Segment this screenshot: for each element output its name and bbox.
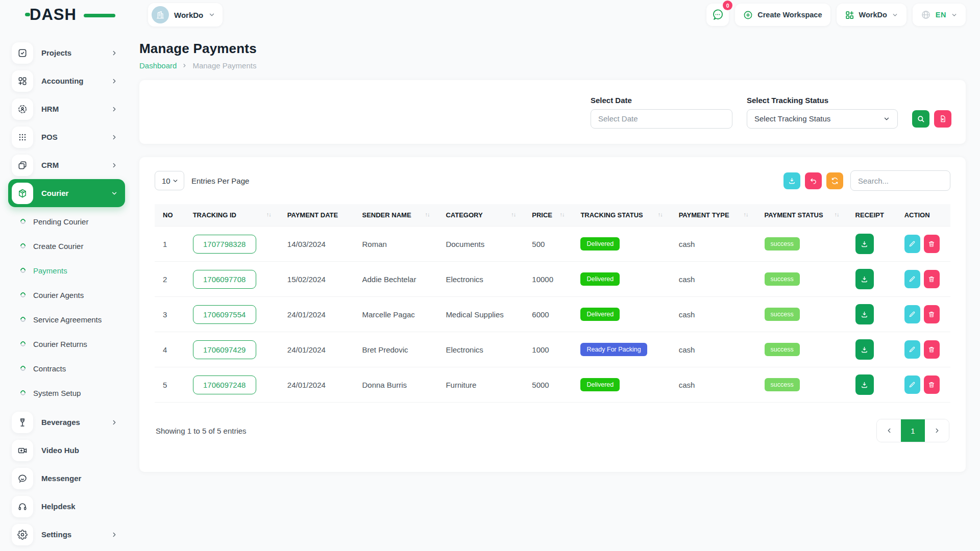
- column-header-receipt: RECEIPT: [847, 204, 896, 227]
- edit-button[interactable]: [904, 305, 920, 323]
- receipt-download-button[interactable]: [855, 374, 874, 395]
- table-search-input[interactable]: [850, 170, 950, 191]
- breadcrumb-current: Manage Payments: [192, 61, 256, 70]
- sidebar-item-pos[interactable]: POS: [8, 123, 125, 151]
- sidebar-item-messenger[interactable]: Messenger: [8, 464, 125, 492]
- column-header-category[interactable]: CATEGORY↑↓: [437, 204, 524, 227]
- edit-button[interactable]: [904, 270, 920, 288]
- chevron-down-icon: [208, 11, 215, 18]
- column-header-tracking-status[interactable]: TRACKING STATUS↑↓: [572, 204, 670, 227]
- column-header-sender-name[interactable]: SENDER NAME↑↓: [354, 204, 437, 227]
- sidebar-item-hrm[interactable]: HRM: [8, 95, 125, 123]
- sidebar-subitem-create-courier[interactable]: Create Courier: [8, 234, 125, 258]
- main-content: Manage Payments Dashboard Manage Payment…: [130, 30, 980, 551]
- sort-icon[interactable]: ↑↓: [425, 211, 429, 217]
- cell-payment-type: cash: [671, 227, 756, 262]
- sidebar-subitem-payments[interactable]: Payments: [8, 258, 125, 283]
- clear-filter-button[interactable]: [934, 110, 951, 128]
- sort-icon[interactable]: ↑↓: [559, 211, 564, 217]
- sort-icon[interactable]: ↑↓: [744, 211, 748, 217]
- create-workspace-button[interactable]: Create Workspace: [735, 4, 830, 26]
- language-selector[interactable]: EN: [913, 4, 966, 26]
- sidebar-subitem-system-setup[interactable]: System Setup: [8, 381, 125, 405]
- column-label: PAYMENT TYPE: [679, 211, 729, 219]
- sidebar-item-beverages[interactable]: Beverages: [8, 408, 125, 436]
- sidebar-item-video-hub[interactable]: Video Hub: [8, 436, 125, 464]
- select-date-input[interactable]: [591, 109, 732, 129]
- bullet-icon: [19, 242, 27, 249]
- cell-price: 6000: [524, 297, 572, 332]
- column-header-tracking-id[interactable]: TRACKING ID↑↓: [185, 204, 279, 227]
- trash-icon: [928, 311, 935, 318]
- workspace-selector[interactable]: WorkDo: [148, 3, 223, 27]
- workdo-menu-button[interactable]: WorkDo: [837, 4, 906, 26]
- checkbox-icon: [12, 42, 33, 64]
- chat-button[interactable]: 0: [706, 4, 729, 26]
- receipt-download-button[interactable]: [855, 339, 874, 360]
- sidebar-subitem-service-agreements[interactable]: Service Agreements: [8, 307, 125, 332]
- chevron-right-icon: [934, 427, 941, 434]
- column-header-payment-type[interactable]: PAYMENT TYPE↑↓: [671, 204, 756, 227]
- sidebar-item-settings[interactable]: Settings: [8, 520, 125, 548]
- column-label: PAYMENT STATUS: [765, 211, 823, 219]
- sidebar-item-helpdesk[interactable]: Helpdesk: [8, 492, 125, 520]
- download-icon: [861, 346, 868, 354]
- sort-icon[interactable]: ↑↓: [658, 211, 663, 217]
- delete-button[interactable]: [924, 340, 940, 359]
- tracking-id-link[interactable]: 1706097708: [193, 270, 256, 289]
- app-logo[interactable]: DASH: [30, 6, 106, 24]
- logo-bar: [84, 14, 115, 17]
- sidebar-item-accounting[interactable]: Accounting: [8, 67, 125, 95]
- top-header: DASH WorkDo 0: [0, 0, 980, 30]
- chevron-down-icon: [111, 190, 118, 197]
- courier-submenu: Pending Courier Create Courier Payments …: [8, 207, 125, 408]
- cell-no: 2: [155, 262, 185, 297]
- undo-icon: [810, 177, 817, 185]
- column-header-action: ACTION: [896, 204, 950, 227]
- tracking-status-select[interactable]: Select Tracking Status: [747, 109, 898, 129]
- sidebar-item-crm[interactable]: CRM: [8, 151, 125, 179]
- column-header-price[interactable]: PRICE↑↓: [524, 204, 572, 227]
- pencil-icon: [909, 276, 916, 283]
- sort-icon[interactable]: ↑↓: [266, 211, 271, 217]
- undo-button[interactable]: [805, 172, 822, 189]
- tracking-id-link[interactable]: 1706097248: [193, 375, 256, 394]
- delete-button[interactable]: [924, 270, 940, 288]
- export-download-button[interactable]: [783, 172, 800, 189]
- pagination-prev-button[interactable]: [877, 419, 901, 442]
- column-header-payment-status[interactable]: PAYMENT STATUS↑↓: [756, 204, 847, 227]
- cell-price: 5000: [524, 367, 572, 403]
- pagination-page-1[interactable]: 1: [901, 419, 925, 442]
- sort-icon[interactable]: ↑↓: [835, 211, 839, 217]
- receipt-download-button[interactable]: [855, 269, 874, 289]
- tracking-id-link[interactable]: 1706097554: [193, 305, 256, 324]
- overlap-squares-icon: [12, 155, 33, 176]
- receipt-download-button[interactable]: [855, 234, 874, 254]
- breadcrumb-dashboard-link[interactable]: Dashboard: [139, 61, 177, 70]
- edit-button[interactable]: [904, 340, 920, 359]
- sort-icon[interactable]: ↑↓: [511, 211, 516, 217]
- cell-payment-date: 24/01/2024: [279, 367, 354, 403]
- sidebar-item-courier[interactable]: Courier: [8, 179, 125, 207]
- logo-dot: [25, 13, 30, 16]
- tracking-id-link[interactable]: 1707798328: [193, 235, 256, 254]
- dots-grid-icon: [12, 127, 33, 148]
- delete-button[interactable]: [924, 305, 940, 323]
- apply-filter-button[interactable]: [912, 110, 929, 128]
- sidebar-subitem-courier-returns[interactable]: Courier Returns: [8, 332, 125, 356]
- sidebar-subitem-courier-agents[interactable]: Courier Agents: [8, 283, 125, 307]
- workdo-menu-label: WorkDo: [859, 11, 887, 19]
- edit-button[interactable]: [904, 235, 920, 253]
- sidebar-item-projects[interactable]: Projects: [8, 39, 125, 67]
- sidebar-subitem-contracts[interactable]: Contracts: [8, 356, 125, 381]
- edit-button[interactable]: [904, 375, 920, 394]
- receipt-download-button[interactable]: [855, 304, 874, 324]
- delete-button[interactable]: [924, 375, 940, 394]
- tracking-id-link[interactable]: 1706097429: [193, 340, 256, 359]
- pagination-next-button[interactable]: [925, 419, 949, 442]
- refresh-button[interactable]: [826, 172, 843, 189]
- delete-button[interactable]: [924, 235, 940, 253]
- cell-payment-date: 15/02/2024: [279, 262, 354, 297]
- entries-per-page-select[interactable]: 10: [155, 171, 184, 190]
- sidebar-subitem-pending-courier[interactable]: Pending Courier: [8, 209, 125, 234]
